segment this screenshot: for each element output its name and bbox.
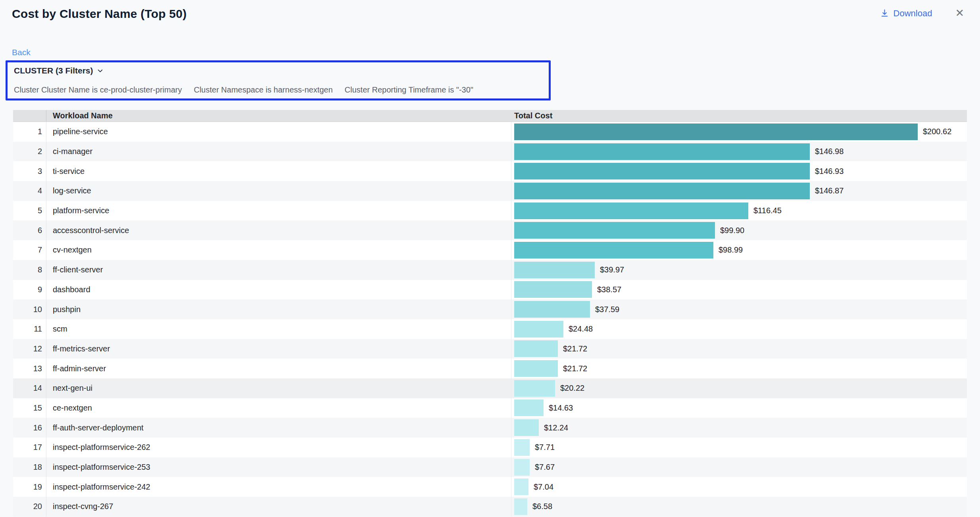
cost-bar[interactable] xyxy=(514,340,558,357)
row-cost-cell: $14.63 xyxy=(511,398,967,418)
chevron-down-icon xyxy=(97,68,104,74)
cost-value: $7.67 xyxy=(535,463,555,472)
table-row[interactable]: 20 inspect-cvng-267 $6.58 xyxy=(13,497,967,517)
close-icon[interactable]: ✕ xyxy=(955,8,964,19)
cost-value: $98.99 xyxy=(719,245,743,255)
table-row[interactable]: 17 inspect-platformservice-262 $7.71 xyxy=(13,438,967,457)
cost-bar[interactable] xyxy=(514,203,748,219)
table-row[interactable]: 2 ci-manager $146.98 xyxy=(13,142,967,162)
cost-bar[interactable] xyxy=(514,498,527,515)
table-row[interactable]: 3 ti-service $146.93 xyxy=(13,161,967,181)
table-row[interactable]: 15 ce-nextgen $14.63 xyxy=(13,398,967,418)
cost-bar[interactable] xyxy=(514,399,544,416)
row-rank: 18 xyxy=(13,457,46,477)
cost-value: $20.22 xyxy=(560,384,584,393)
row-cost-cell: $12.24 xyxy=(511,418,967,438)
table-row[interactable]: 11 scm $24.48 xyxy=(13,319,967,339)
cost-bar[interactable] xyxy=(514,301,590,318)
row-rank: 19 xyxy=(13,477,46,497)
table-row[interactable]: 14 next-gen-ui $20.22 xyxy=(13,378,967,398)
cost-bar[interactable] xyxy=(514,143,810,160)
table-row[interactable]: 4 log-service $146.87 xyxy=(13,181,967,201)
row-cost-cell: $37.59 xyxy=(511,299,967,319)
table-row[interactable]: 10 pushpin $37.59 xyxy=(13,299,967,319)
row-cost-cell: $146.98 xyxy=(511,142,967,162)
table-row[interactable]: 19 inspect-platformservice-242 $7.04 xyxy=(13,477,967,497)
cost-value: $7.04 xyxy=(534,482,553,492)
total-cost-column-header: Total Cost xyxy=(511,111,967,120)
back-link[interactable]: Back xyxy=(12,48,31,57)
cost-value: $39.97 xyxy=(600,265,624,274)
cluster-filters-label: CLUSTER (3 Filters) xyxy=(14,66,93,75)
cost-bar[interactable] xyxy=(514,321,563,338)
cost-bar[interactable] xyxy=(514,262,595,278)
row-cost-cell: $7.71 xyxy=(511,438,967,457)
row-rank: 4 xyxy=(13,181,46,201)
header-actions: Download ✕ xyxy=(880,8,964,19)
table-row[interactable]: 13 ff-admin-server $21.72 xyxy=(13,359,967,378)
row-workload-name: accesscontrol-service xyxy=(46,220,511,240)
cost-value: $12.24 xyxy=(544,423,568,432)
row-rank: 12 xyxy=(13,339,46,359)
download-button[interactable]: Download xyxy=(880,8,932,19)
table-row[interactable]: 12 ff-metrics-server $21.72 xyxy=(13,339,967,359)
table-row[interactable]: 5 platform-service $116.45 xyxy=(13,201,967,221)
row-workload-name: platform-service xyxy=(46,201,511,221)
cluster-filters-dropdown[interactable]: CLUSTER (3 Filters) xyxy=(14,66,104,75)
filter-reporting-timeframe: Cluster Reporting Timeframe is "-30" xyxy=(345,85,473,95)
table-row[interactable]: 9 dashboard $38.57 xyxy=(13,280,967,300)
cost-value: $21.72 xyxy=(563,344,587,353)
cost-bar[interactable] xyxy=(514,163,810,179)
row-rank: 20 xyxy=(13,497,46,517)
filter-namespace: Cluster Namespace is harness-nextgen xyxy=(194,85,332,95)
row-cost-cell: $146.93 xyxy=(511,161,967,181)
table-header: Workload Name Total Cost xyxy=(13,110,967,122)
row-rank: 6 xyxy=(13,220,46,240)
table-row[interactable]: 7 cv-nextgen $98.99 xyxy=(13,240,967,260)
row-rank: 2 xyxy=(13,142,46,162)
row-cost-cell: $38.57 xyxy=(511,280,967,300)
page-title: Cost by Cluster Name (Top 50) xyxy=(12,7,186,21)
cost-bar[interactable] xyxy=(514,360,558,377)
row-rank: 16 xyxy=(13,418,46,438)
row-workload-name: next-gen-ui xyxy=(46,378,511,398)
cost-bar[interactable] xyxy=(514,419,539,436)
cost-bar[interactable] xyxy=(514,439,530,456)
cost-bar[interactable] xyxy=(514,242,713,258)
row-cost-cell: $200.62 xyxy=(511,122,967,142)
row-cost-cell: $20.22 xyxy=(511,378,967,398)
row-cost-cell: $98.99 xyxy=(511,240,967,260)
row-workload-name: scm xyxy=(46,319,511,339)
row-cost-cell: $6.58 xyxy=(511,497,967,517)
row-workload-name: ti-service xyxy=(46,161,511,181)
row-rank: 13 xyxy=(13,359,46,378)
cost-bar[interactable] xyxy=(514,459,530,476)
row-cost-cell: $39.97 xyxy=(511,260,967,280)
row-workload-name: inspect-platformservice-262 xyxy=(46,438,511,457)
cost-bar[interactable] xyxy=(514,478,528,495)
table-row[interactable]: 18 inspect-platformservice-253 $7.67 xyxy=(13,457,967,477)
row-rank: 9 xyxy=(13,280,46,300)
row-rank: 1 xyxy=(13,122,46,142)
cost-bar[interactable] xyxy=(514,222,715,239)
table-row[interactable]: 8 ff-client-server $39.97 xyxy=(13,260,967,280)
row-rank: 15 xyxy=(13,398,46,418)
download-icon xyxy=(880,9,889,18)
row-cost-cell: $99.90 xyxy=(511,220,967,240)
table-row[interactable]: 1 pipeline-service $200.62 xyxy=(13,122,967,142)
row-workload-name: cv-nextgen xyxy=(46,240,511,260)
download-label: Download xyxy=(894,8,932,19)
row-cost-cell: $146.87 xyxy=(511,181,967,201)
row-workload-name: pipeline-service xyxy=(46,122,511,142)
table-row[interactable]: 6 accesscontrol-service $99.90 xyxy=(13,220,967,240)
table-body: 1 pipeline-service $200.62 2 ci-manager … xyxy=(13,122,967,517)
cost-bar[interactable] xyxy=(514,123,918,140)
cost-bar[interactable] xyxy=(514,281,592,298)
row-rank: 3 xyxy=(13,161,46,181)
cost-bar[interactable] xyxy=(514,183,810,199)
rank-column-header xyxy=(13,110,46,122)
row-workload-name: ff-admin-server xyxy=(46,359,511,378)
cost-bar[interactable] xyxy=(514,380,555,397)
cost-by-cluster-panel: Cost by Cluster Name (Top 50) Download ✕… xyxy=(0,0,980,517)
table-row[interactable]: 16 ff-auth-server-deployment $12.24 xyxy=(13,418,967,438)
